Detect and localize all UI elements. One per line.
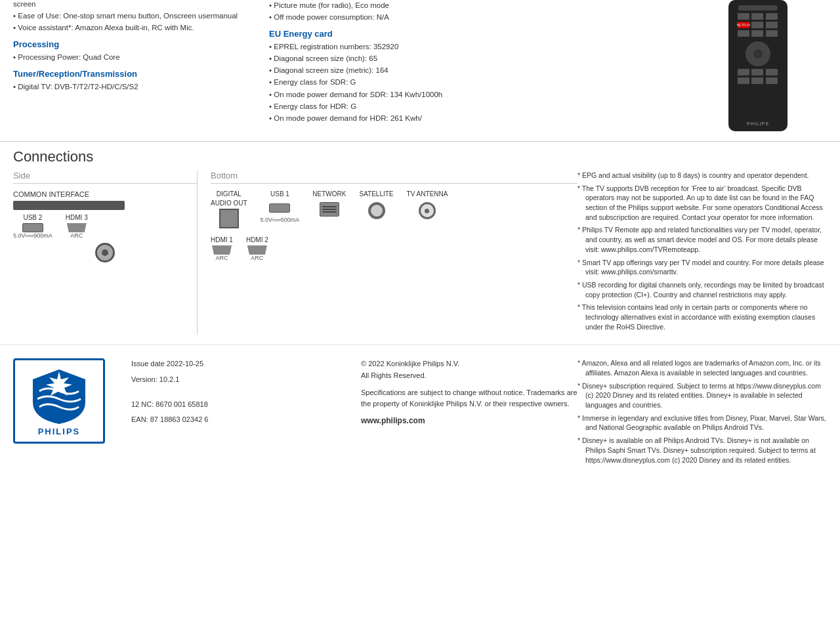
remote-btn (738, 13, 749, 20)
note-9: * Disney+ is available on all Philips An… (578, 436, 827, 465)
satellite-connector: SATELLITE (359, 190, 393, 219)
remote-btn (766, 13, 778, 20)
top-left-col: screen Ease of Use: One-stop smart menu … (13, 0, 269, 131)
hdmi-row: HDMI 1 ARC HDMI 2 ARC (211, 236, 578, 261)
hdmi3-icon (67, 223, 87, 232)
philips-logo-box: PHILIPS (13, 358, 105, 444)
bullet-voice-assistant: Voice assistant*: Amazon Alexa built-in,… (13, 22, 269, 33)
tuner-bullet: Digital TV: DVB-T/T2/T2-HD/C/S/S2 (13, 81, 269, 92)
common-interface-label: COMMON INTERFACE (13, 190, 197, 198)
remote-control-image: NETFLIX PHILIPS (728, 0, 788, 131)
side-panel-label: Side (13, 171, 197, 184)
remote-btn (738, 69, 749, 75)
hdmi2-label: HDMI 2 (246, 236, 268, 243)
hdmi3-label: HDMI 3 (66, 214, 88, 221)
top-right-col: NETFLIX PHILIPS (689, 0, 827, 131)
hdmi1-label: HDMI 1 (211, 236, 233, 243)
usb2-hdmi3-row: USB 2 5.0V══900mA HDMI 3 ARC (13, 214, 197, 239)
hdmi3-sub: ARC (70, 232, 83, 239)
eu-bullet-3: Energy class for SDR: G (269, 77, 682, 87)
headphone-connector (13, 243, 197, 262)
note-7: * Disney+ subscription required. Subject… (578, 381, 827, 410)
rights-text: All Rights Reserved. (361, 370, 578, 382)
ci-slot (13, 201, 125, 210)
nc-label: 12 NC: 8670 001 65818 (131, 399, 348, 411)
usb2-sub: 5.0V══900mA (13, 232, 52, 239)
network-line (322, 211, 337, 213)
connections-layout: Side COMMON INTERFACE USB 2 5.0V══900mA … (13, 171, 827, 335)
bottom-panel-label: Bottom (211, 171, 578, 184)
processing-heading: Processing (13, 39, 269, 49)
note-4: * USB recording for digital channels onl… (578, 280, 827, 299)
usb1-sub: 5.0V══500mA (261, 217, 300, 223)
tuner-heading: Tuner/Reception/Transmission (13, 69, 269, 79)
tuner-list: Digital TV: DVB-T/T2/T2-HD/C/S/S2 (13, 81, 269, 92)
digital-audio-label: DIGITAL (217, 190, 242, 198)
processing-list: Processing Power: Quad Core (13, 52, 269, 62)
connections-title: Connections (13, 148, 827, 165)
eu-energy-heading: EU Energy card (269, 29, 682, 39)
network-line (322, 206, 337, 207)
hdmi1-icon (212, 245, 232, 255)
ean-label: EAN: 87 18863 02342 6 (131, 414, 348, 426)
remote-top-bar (738, 5, 778, 10)
remote-btn (766, 30, 778, 37)
website-link[interactable]: www.philips.com (361, 415, 578, 427)
netflix-btn[interactable]: NETFLIX (738, 22, 749, 28)
tv-antenna-connector: TV ANTENNA (407, 190, 448, 219)
usb2-label: USB 2 (23, 214, 42, 221)
network-connector: NETWORK (312, 190, 346, 217)
connections-section: Connections Side COMMON INTERFACE USB 2 … (0, 141, 840, 335)
offmode-bullet: Off mode power consumption: N/A (269, 12, 682, 22)
philips-logo-svg (23, 366, 95, 425)
satellite-label: SATELLITE (359, 190, 393, 198)
side-panel: Side COMMON INTERFACE USB 2 5.0V══900mA … (13, 171, 197, 335)
specs-notice: Specifications are subject to change wit… (361, 387, 578, 410)
note-2: * Philips TV Remote app and related func… (578, 225, 827, 254)
note-8: * Immerse in legendary and exclusive tit… (578, 413, 827, 432)
processing-bullet: Processing Power: Quad Core (13, 52, 269, 62)
remote-btn (751, 22, 763, 28)
usb2-connector: USB 2 5.0V══900mA (13, 214, 52, 239)
eu-bullet-2: Diagonal screen size (metric): 164 (269, 65, 682, 75)
eu-bullet-6: On mode power demand for HDR: 261 Kwh/ (269, 113, 682, 123)
satellite-icon (368, 202, 385, 219)
tv-antenna-icon (419, 202, 436, 219)
eu-bullet-0: EPREL registration numbers: 352920 (269, 41, 682, 52)
digital-audio-connector: DIGITAL AUDIO OUT (211, 190, 247, 228)
eu-bullet-4: On mode power demand for SDR: 134 Kwh/10… (269, 89, 682, 100)
footer-logo: PHILIPS (13, 358, 118, 468)
notes-section: * EPG and actual visibility (up to 8 day… (578, 171, 827, 335)
issue-date: Issue date 2022-10-25 (131, 358, 348, 370)
picturemute-list: Picture mute (for radio), Eco mode Off m… (269, 0, 682, 22)
eu-bullet-5: Energy class for HDR: G (269, 101, 682, 112)
network-icon (320, 202, 339, 217)
hdmi2-icon (247, 245, 267, 255)
ease-of-use-list: Ease of Use: One-stop smart menu button,… (13, 10, 269, 33)
remote-brand-label: PHILIPS (747, 121, 769, 126)
remote-nav-circle (746, 41, 770, 66)
hdmi1-sub: ARC (215, 255, 228, 261)
eu-bullet-1: Diagonal screen size (inch): 65 (269, 53, 682, 64)
network-line (322, 209, 337, 210)
picturemute-bullet: Picture mute (for radio), Eco mode (269, 0, 682, 10)
version: Version: 10.2.1 (131, 374, 348, 386)
remote-btn (751, 13, 763, 20)
remote-btn (751, 30, 763, 37)
usb1-label: USB 1 (270, 190, 289, 198)
remote-nav-inner (753, 49, 763, 58)
common-interface-section: COMMON INTERFACE (13, 190, 197, 210)
remote-btn (751, 69, 763, 75)
screen-text: screen (13, 0, 269, 8)
headphone-inner (102, 249, 108, 256)
digital-audio-icon (219, 209, 239, 228)
eu-energy-list: EPREL registration numbers: 352920 Diago… (269, 41, 682, 123)
remote-btn (738, 77, 749, 84)
remote-btn (751, 77, 763, 84)
footer-info: Issue date 2022-10-25 Version: 10.2.1 12… (118, 358, 361, 468)
bottom-connectors-row: DIGITAL AUDIO OUT USB 1 5.0V══500mA NETW… (211, 190, 578, 228)
headphone-icon (95, 243, 115, 262)
remote-btn (766, 22, 778, 28)
tv-antenna-label: TV ANTENNA (407, 190, 448, 198)
footer-notes: * Amazon, Alexa and all related logos ar… (578, 358, 827, 468)
